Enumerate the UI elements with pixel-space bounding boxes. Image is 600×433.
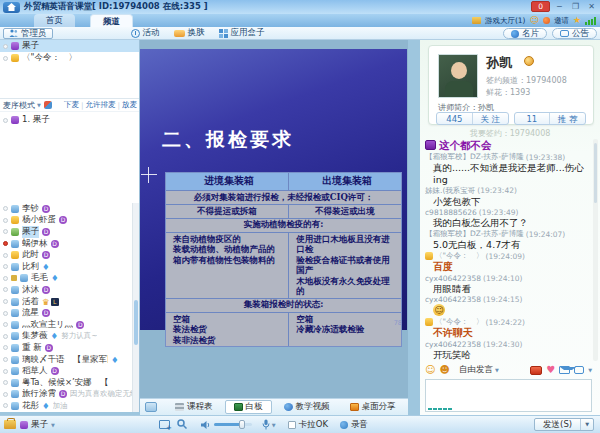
member-row[interactable]: 旅行涂霄 D 因为真喜欢确定无结果 xyxy=(0,389,132,401)
screenshot-icon[interactable] xyxy=(159,420,170,429)
tab-channel[interactable]: 频道 xyxy=(90,14,133,27)
skin-button[interactable]: 换肤 xyxy=(174,27,205,39)
table-cell: 来自动植物疫区的 装载动植物、动植物产品的 箱内带有植物性包装物料的 xyxy=(166,233,288,298)
game-hall-link[interactable]: 游戏大厅(1) xyxy=(485,16,526,26)
volume-slider[interactable] xyxy=(214,423,252,426)
send-button[interactable]: 发送(S) ▼ xyxy=(534,418,594,431)
record-icon[interactable] xyxy=(340,421,348,429)
chat-message: 姊妹.(我系宝哥 (19:23:42) 小笼包教下 xyxy=(425,186,592,207)
table-row: 空箱 装法检货 装非法检货空箱 冷藏冷冻适载检验 xyxy=(166,312,401,347)
message-sender[interactable]: 【霜狼军校】DZ-扶苏-萨博隆 xyxy=(425,229,524,239)
magic-emoticon-icon[interactable]: ☻ xyxy=(439,365,449,375)
message-sender[interactable]: 姊妹.(我系宝哥 xyxy=(425,186,475,196)
message-sender[interactable]: c9818885626 xyxy=(425,208,477,217)
scrollbar-thumb[interactable] xyxy=(594,143,597,203)
chat-input[interactable] xyxy=(425,379,592,412)
notice-button[interactable]: 公告 xyxy=(552,28,597,39)
channel-tree-item[interactable]: 1. 果子 xyxy=(0,114,139,126)
member-list-scrollbar[interactable] xyxy=(132,203,139,412)
board-list-icon[interactable] xyxy=(145,402,157,412)
recommend-button[interactable]: 11推 荐 xyxy=(514,112,587,125)
d-badge-icon: D xyxy=(42,309,50,317)
member-row[interactable]: 璃映〆千语 【皇家军团】 ♦ xyxy=(0,354,132,366)
scrollbar-thumb[interactable] xyxy=(134,300,138,345)
video-icon[interactable] xyxy=(530,366,542,375)
favorite-star-icon[interactable]: ★ xyxy=(573,16,581,25)
invite-link[interactable]: 邀请 xyxy=(554,16,569,26)
unread-badge[interactable]: 0 xyxy=(531,1,550,12)
message-sender[interactable]: cyx406422358 xyxy=(425,295,481,304)
magnifier-icon[interactable] xyxy=(177,419,187,431)
volume-control[interactable] xyxy=(201,420,252,430)
chevron-down-icon[interactable]: ▼ xyxy=(588,367,592,373)
mic-action-button[interactable]: 放麦 xyxy=(122,100,137,110)
message-sender[interactable]: 〈"今令： 〉 xyxy=(435,317,483,327)
member-row[interactable]: 稻草人 D xyxy=(0,365,132,377)
member-row[interactable]: 比利 ♦ xyxy=(0,261,132,273)
close-button[interactable]: ✕ xyxy=(585,1,598,12)
microphone-control[interactable]: ▼ xyxy=(262,419,276,430)
name-card-button[interactable]: 名片 xyxy=(503,28,547,39)
maximize-button[interactable]: ❐ xyxy=(569,1,582,12)
message-sender[interactable]: cyx406422358 xyxy=(425,274,481,283)
member-icon xyxy=(11,309,19,317)
member-row[interactable]: 活着 ♛L xyxy=(0,296,132,308)
whiteboard-tab[interactable]: 课程表 xyxy=(167,400,221,414)
member-row[interactable]: 花彤 ♦ 加油 xyxy=(0,400,132,412)
diamond-badge-icon: ♦ xyxy=(42,263,50,271)
member-row[interactable]: 沐沐 D xyxy=(0,284,132,296)
voice-indicator xyxy=(3,56,8,61)
karaoke-checkbox[interactable] xyxy=(288,421,296,429)
member-badges: D xyxy=(51,367,59,375)
emoticon-icon[interactable]: ☺ xyxy=(425,365,435,375)
chat-message: c9818885626 (19:23:49) 我的白板怎么用不了？ xyxy=(425,208,592,228)
message-sender[interactable]: cyx406422358 xyxy=(425,340,481,349)
whiteboard-tab[interactable]: 桌面分享 xyxy=(342,400,404,414)
message-sender[interactable]: 【霜狼军校】DZ-扶苏-萨博隆 xyxy=(425,152,524,162)
speak-mode-dropdown[interactable]: 自由发言▼ xyxy=(459,364,499,376)
home-icon[interactable] xyxy=(3,2,20,13)
app-window: 外贸精英语音课堂[ ID:19794008 在线:335 ] 0 ─ ❐ ✕ 首… xyxy=(0,0,600,433)
member-row[interactable]: 毛毛 ♦ xyxy=(0,273,132,285)
member-row[interactable]: 杨小虾蛋 D xyxy=(0,215,132,227)
admin-button[interactable]: 管理员 xyxy=(3,28,53,39)
heart-icon[interactable]: ♥ xyxy=(546,365,555,375)
minimize-button[interactable]: ─ xyxy=(553,1,566,12)
member-row[interactable]: 灬欢宣主リ灬 D xyxy=(0,319,132,331)
member-row[interactable]: 蜗伊林 D xyxy=(0,238,132,250)
whiteboard-tab[interactable]: 白板 xyxy=(225,400,272,414)
briefcase-icon[interactable] xyxy=(4,420,16,429)
karaoke-label: 卡拉OK xyxy=(299,419,328,431)
mic-action-button[interactable]: 下麦 xyxy=(64,100,79,110)
member-badges: ♦ xyxy=(51,332,59,340)
d-badge-icon: D xyxy=(51,367,59,375)
emotion-icon[interactable]: ☺ xyxy=(530,16,539,25)
member-badges: D xyxy=(42,251,50,259)
member-name: 璃映〆千语 【皇家军团】 xyxy=(22,354,108,366)
mic-action-button[interactable]: 允许排麦 xyxy=(85,100,115,110)
app-box-button[interactable]: 应用盒子 xyxy=(219,27,265,39)
member-row[interactable]: 此时 D xyxy=(0,249,132,261)
member-row[interactable]: 重 新 D xyxy=(0,342,132,354)
follow-button[interactable]: 445关 注 xyxy=(436,112,509,125)
chat-scrollbar[interactable] xyxy=(593,139,598,361)
member-row[interactable]: 李钞 D xyxy=(0,203,132,215)
voice-indicator xyxy=(3,403,8,408)
slider-thumb[interactable] xyxy=(239,420,245,429)
tab-home[interactable]: 首页 xyxy=(34,14,75,27)
member-row[interactable]: 流星 D xyxy=(0,307,132,319)
channel-tree-item[interactable]: 果子 xyxy=(0,40,139,52)
gift-icon[interactable] xyxy=(543,17,550,24)
member-row[interactable]: 集梦薇 ♦ 努力认真~ xyxy=(0,331,132,343)
mic-mode-dropdown[interactable]: 麦序模式▼ xyxy=(3,100,41,111)
activity-button[interactable]: 活动 xyxy=(131,27,160,39)
current-user[interactable]: 果子 ▼ xyxy=(20,419,55,431)
mail-icon[interactable] xyxy=(559,366,570,374)
chat-toolbar: ☺ ☻ 自由发言▼ ♥ ▼ xyxy=(425,363,592,377)
message-sender[interactable]: 〈"今令： 〉 xyxy=(435,251,483,261)
member-row[interactable]: 果子 D xyxy=(0,226,132,238)
avatar[interactable] xyxy=(438,54,478,98)
member-row[interactable]: 粤Ta、候候×’安娜 【天籁歌手】 xyxy=(0,377,132,389)
whiteboard-tab[interactable]: 教学视频 xyxy=(276,400,338,414)
channel-tree-item[interactable]: 〈"今令： 〉 xyxy=(0,52,139,64)
